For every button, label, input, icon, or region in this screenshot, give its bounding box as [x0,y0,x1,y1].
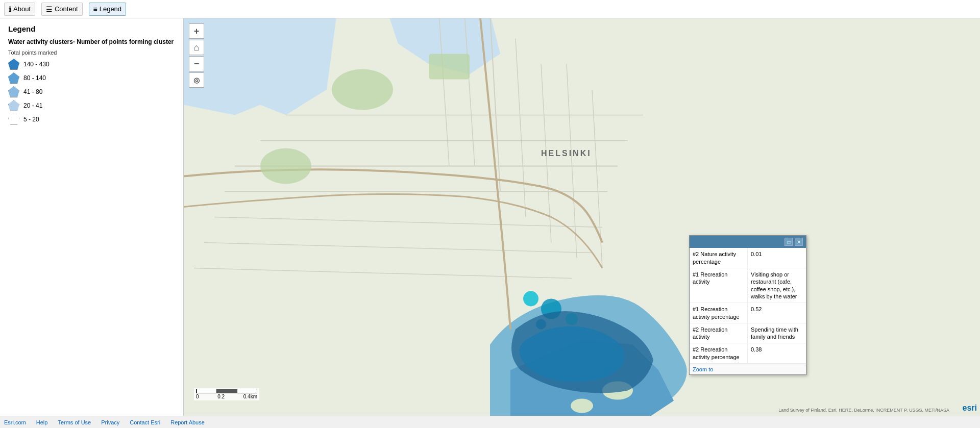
legend-range-label: 5 - 20 [23,116,39,123]
legend-total-label: Total points marked [8,49,175,56]
popup-minimize-button[interactable]: ▭ [785,238,793,246]
popup-cell-value: Spending time with family and friends [748,323,806,343]
footer-link-privacy[interactable]: Privacy [101,419,119,425]
legend-item: 80 - 140 [8,72,175,84]
svg-point-21 [523,291,538,307]
legend-item: 140 - 430 [8,59,175,70]
popup-row: #1 Recreation activityVisiting shop or r… [690,268,806,303]
legend-label: Legend [100,5,121,13]
map-controls: + ⌂ − ◎ [189,23,204,88]
popup-row: #2 Recreation activitySpending time with… [690,323,806,344]
zoom-to-link[interactable]: Zoom to [693,366,713,372]
scale-label-2: 0.4km [243,394,257,399]
popup-row: #1 Recreation activity percentage0.52 [690,303,806,323]
legend-swatch [8,114,19,125]
locate-button[interactable]: ◎ [189,72,204,88]
legend-title: Legend [8,24,175,33]
legend-swatch [8,86,19,97]
popup-body: #2 Nature activity percentage0.01#1 Recr… [690,248,806,364]
map-area[interactable]: HELSINKI + ⌂ − ◎ 0 0.2 [184,18,980,416]
about-tab[interactable]: ℹ About [4,3,35,16]
content-icon: ☰ [46,5,53,13]
content-tab[interactable]: ☰ Content [41,3,83,16]
footer-link-report-abuse[interactable]: Report Abuse [170,419,205,425]
legend-swatch [8,72,19,84]
home-button[interactable]: ⌂ [189,40,204,55]
main-area: Legend Water activity clusters- Number o… [0,18,980,416]
popup-footer: Zoom to [690,364,806,374]
esri-logo: esri [963,404,977,413]
svg-text:HELSINKI: HELSINKI [541,149,592,158]
popup-cell-label: #1 Recreation activity percentage [690,303,748,323]
info-icon: ℹ [9,5,11,13]
svg-point-2 [571,399,593,413]
popup-cell-label: #2 Recreation activity [690,323,748,343]
zoom-out-button[interactable]: − [189,56,204,71]
left-panel: Legend Water activity clusters- Number o… [0,18,184,416]
legend-icon: ≡ [93,5,97,13]
popup-row: #2 Recreation activity percentage0.38 [690,343,806,364]
legend-swatch [8,100,19,111]
about-label: About [13,5,31,13]
zoom-in-button[interactable]: + [189,23,204,39]
legend-range-label: 80 - 140 [23,74,46,82]
popup-close-button[interactable]: ✕ [795,238,803,246]
legend-range-label: 20 - 41 [23,102,42,109]
legend-range-label: 140 - 430 [23,61,50,68]
popup-cell-value: Visiting shop or restaurant (cafe, coffe… [748,268,806,303]
popup-cell-label: #1 Recreation activity [690,268,748,303]
map-attribution: Land Survey of Finland, Esri, HERE, DeLo… [778,408,949,413]
legend-subtitle: Water activity clusters- Number of point… [8,38,175,45]
legend-list: 140 - 43080 - 14041 - 8020 - 415 - 20 [8,59,175,125]
popup-row: #2 Nature activity percentage0.01 [690,248,806,268]
popup-cell-label: #2 Nature activity percentage [690,248,748,268]
feature-popup: ▭ ✕ #2 Nature activity percentage0.01#1 … [689,235,806,375]
popup-cell-label: #2 Recreation activity percentage [690,343,748,363]
svg-rect-19 [429,54,470,80]
content-label: Content [55,5,78,13]
svg-point-17 [332,69,393,110]
footer: Esri.comHelpTerms of UsePrivacyContact E… [0,416,980,428]
legend-tab[interactable]: ≡ Legend [89,3,127,16]
legend-item: 20 - 41 [8,100,175,111]
legend-item: 5 - 20 [8,114,175,125]
popup-controls: ▭ ✕ [785,238,803,246]
legend-range-label: 41 - 80 [23,88,42,95]
popup-cell-value: 0.38 [748,343,806,363]
popup-cell-value: 0.52 [748,303,806,323]
legend-swatch [8,59,19,70]
footer-link-help[interactable]: Help [36,419,48,425]
footer-link-esri.com[interactable]: Esri.com [4,419,26,425]
scale-line [196,389,257,393]
scale-bar: 0 0.2 0.4km [194,388,259,400]
svg-point-18 [260,148,311,184]
top-bar: ℹ About ☰ Content ≡ Legend [0,0,980,18]
scale-label-1: 0.2 [217,394,225,399]
map-canvas: HELSINKI [184,18,980,416]
popup-header: ▭ ✕ [690,236,806,248]
scale-label-0: 0 [196,394,199,399]
legend-item: 41 - 80 [8,86,175,97]
footer-link-terms-of-use[interactable]: Terms of Use [58,419,91,425]
footer-link-contact-esri[interactable]: Contact Esri [130,419,160,425]
popup-cell-value: 0.01 [748,248,806,268]
